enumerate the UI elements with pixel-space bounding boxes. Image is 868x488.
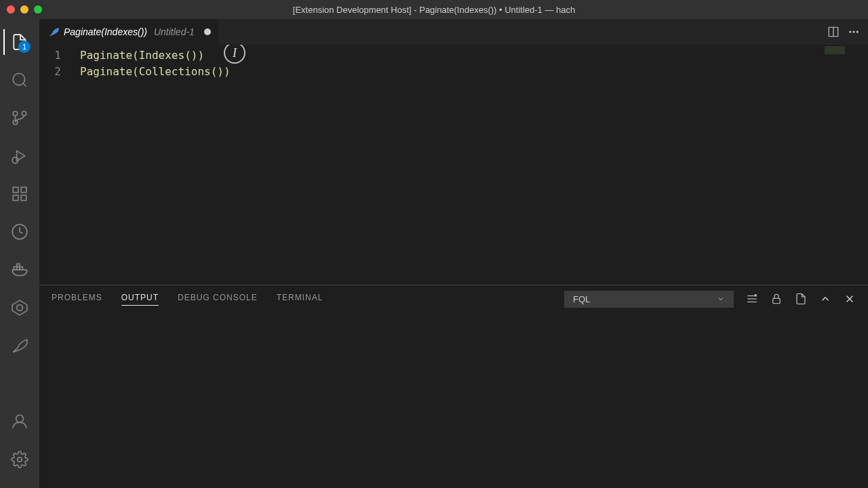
activity-bar: 1: [0, 19, 39, 488]
panel-tab-output[interactable]: OUTPUT: [121, 293, 159, 306]
fauna-activity[interactable]: [3, 329, 36, 362]
svg-rect-10: [21, 195, 26, 201]
window-titlebar: [Extension Development Host] - Paginate(…: [0, 0, 868, 19]
svg-point-0: [13, 73, 24, 85]
close-window-button[interactable]: [7, 5, 15, 14]
remote-activity[interactable]: [3, 216, 36, 248]
explorer-activity[interactable]: 1: [3, 26, 36, 58]
code-line: Paginate(Collections()): [80, 64, 868, 80]
lock-icon: [770, 293, 783, 305]
tab-bar: Paginate(Indexes()) Untitled-1: [39, 19, 868, 45]
docker-activity[interactable]: [3, 253, 36, 286]
line-number: 1: [39, 47, 80, 64]
tab-file-icon: [47, 26, 60, 38]
kubernetes-icon: [11, 299, 28, 317]
svg-line-1: [23, 83, 26, 87]
maximize-window-button[interactable]: [34, 5, 42, 14]
line-number-gutter: 1 2: [39, 45, 80, 285]
svg-point-15: [18, 458, 22, 462]
close-panel-button[interactable]: [844, 293, 856, 305]
user-icon: [11, 413, 28, 430]
activity-bottom: [3, 405, 36, 488]
docker-icon: [11, 261, 28, 279]
clear-icon: [746, 293, 758, 305]
gear-icon: [11, 451, 28, 468]
branch-icon: [11, 109, 28, 127]
panel-tabs: PROBLEMS OUTPUT DEBUG CONSOLE TERMINAL F…: [39, 285, 868, 312]
output-channel-value: FQL: [573, 294, 590, 304]
maximize-panel-button[interactable]: [819, 293, 831, 305]
file-icon: [795, 293, 807, 305]
window-controls: [7, 5, 42, 14]
clear-output-button[interactable]: [746, 293, 758, 305]
svg-point-20: [856, 31, 859, 33]
minimize-window-button[interactable]: [20, 5, 28, 14]
tab-filename: Paginate(Indexes()): [64, 26, 147, 37]
split-editor-button[interactable]: [827, 26, 840, 38]
ellipsis-icon: [848, 26, 860, 38]
extensions-icon: [11, 185, 28, 203]
svg-marker-12: [12, 300, 27, 315]
panel-tab-problems[interactable]: PROBLEMS: [52, 293, 102, 305]
panel-tab-debug[interactable]: DEBUG CONSOLE: [178, 293, 258, 305]
svg-rect-26: [773, 298, 781, 304]
svg-point-4: [22, 111, 26, 116]
debug-activity[interactable]: [3, 140, 36, 172]
explorer-badge: 1: [18, 41, 31, 53]
svg-point-19: [853, 31, 855, 33]
scm-activity[interactable]: [3, 102, 36, 134]
svg-point-13: [17, 305, 23, 311]
output-content[interactable]: [39, 312, 868, 488]
search-activity[interactable]: [3, 64, 36, 96]
open-file-button[interactable]: [795, 293, 807, 305]
code-line: Paginate(Indexes()): [80, 47, 868, 64]
panel-tab-terminal[interactable]: TERMINAL: [277, 293, 323, 305]
svg-rect-9: [13, 195, 18, 201]
editor-tab[interactable]: Paginate(Indexes()) Untitled-1: [39, 19, 220, 45]
tab-secondary: Untitled-1: [154, 26, 195, 37]
line-number: 2: [39, 64, 80, 80]
kube-activity[interactable]: [3, 291, 36, 324]
split-icon: [827, 26, 840, 38]
window-title: [Extension Development Host] - Paginate(…: [293, 5, 575, 15]
editor[interactable]: 1 2 Paginate(Indexes()) Paginate(Collect…: [39, 45, 868, 285]
more-actions-button[interactable]: [848, 26, 860, 38]
bug-icon: [11, 147, 28, 165]
account-activity[interactable]: [3, 405, 36, 438]
lock-output-button[interactable]: [770, 293, 783, 305]
search-icon: [11, 71, 28, 89]
remote-icon: [11, 223, 28, 241]
svg-point-14: [16, 415, 24, 422]
close-icon: [844, 293, 856, 305]
minimap[interactable]: [825, 46, 859, 54]
panel-right-actions: FQL: [564, 291, 856, 308]
bird-icon: [11, 337, 28, 354]
chevron-up-icon: [819, 293, 831, 305]
code-content[interactable]: Paginate(Indexes()) Paginate(Collections…: [80, 45, 868, 285]
svg-point-18: [849, 31, 851, 33]
svg-point-2: [13, 111, 18, 116]
extensions-activity[interactable]: [3, 178, 36, 210]
svg-rect-7: [13, 187, 18, 192]
chevron-down-icon: [717, 295, 725, 303]
dirty-indicator-icon: [204, 28, 211, 35]
output-channel-select[interactable]: FQL: [564, 291, 734, 308]
main-area: Paginate(Indexes()) Untitled-1 1 2 Pagin…: [39, 19, 868, 488]
tab-actions: [827, 26, 868, 38]
bottom-panel: PROBLEMS OUTPUT DEBUG CONSOLE TERMINAL F…: [39, 285, 868, 488]
settings-activity[interactable]: [3, 443, 36, 476]
svg-rect-8: [21, 187, 26, 192]
